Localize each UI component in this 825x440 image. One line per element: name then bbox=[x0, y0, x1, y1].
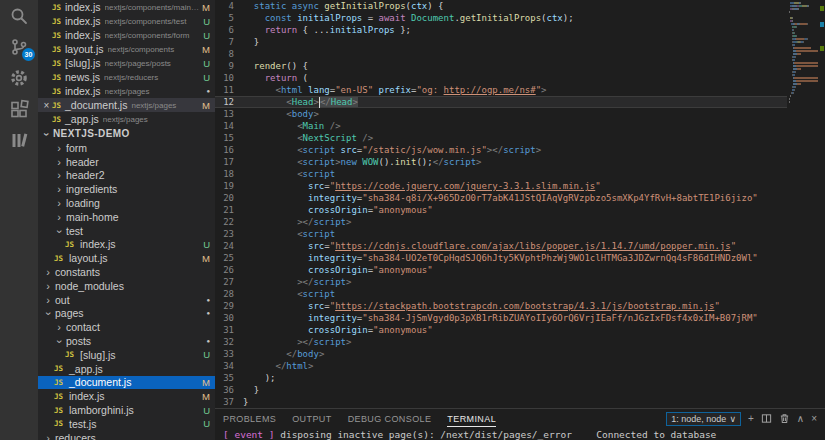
panel-tab-terminal[interactable]: TERMINAL bbox=[447, 411, 496, 427]
terminal-pane-right[interactable]: Connected to database bbox=[596, 429, 825, 440]
maximize-panel-icon[interactable]: ∧ bbox=[797, 414, 804, 424]
code-line[interactable]: 23 <script bbox=[215, 228, 787, 240]
tree-item[interactable]: JSlayout.jsM bbox=[38, 251, 215, 265]
code-line[interactable]: 6 return { ...initialProps }; bbox=[215, 24, 787, 36]
tree-item[interactable]: JS[slug].jsU bbox=[38, 348, 215, 362]
tree-item[interactable]: ›reducers bbox=[38, 431, 215, 440]
tree-item[interactable]: ›posts● bbox=[38, 334, 215, 348]
code-line-content: } bbox=[243, 384, 259, 396]
terminal-pane-left[interactable]: [ event ] disposing inactive page(s): /n… bbox=[223, 429, 596, 440]
open-editor-item[interactable]: JS_app.jsnextjs/pages bbox=[38, 112, 215, 126]
code-line[interactable]: 24 src="https://cdnjs.cloudflare.com/aja… bbox=[215, 240, 787, 252]
code-line[interactable]: 32 ></script> bbox=[215, 336, 787, 348]
trash-icon[interactable] bbox=[779, 413, 790, 426]
panel-tab-problems[interactable]: PROBLEMS bbox=[223, 411, 276, 427]
tree-item[interactable]: ›header bbox=[38, 155, 215, 169]
tree-item[interactable]: ›main-home bbox=[38, 210, 215, 224]
minimap-line bbox=[789, 47, 818, 49]
terminal-selector-dropdown[interactable]: 1: node, node ∨ bbox=[666, 412, 741, 426]
tree-item[interactable]: ›contact bbox=[38, 320, 215, 334]
search-icon[interactable] bbox=[0, 0, 38, 31]
chevron-right-icon: › bbox=[54, 170, 64, 180]
tree-item[interactable]: ›header2 bbox=[38, 169, 215, 183]
code-line[interactable]: 17 <script>new WOW().init();</script> bbox=[215, 156, 787, 168]
tree-item[interactable]: ›loading bbox=[38, 196, 215, 210]
code-line[interactable]: 37} bbox=[215, 396, 787, 408]
tree-item[interactable]: JS_document.jsM bbox=[38, 376, 215, 390]
tree-item[interactable]: ›out● bbox=[38, 293, 215, 307]
explorer-sidebar: JSindex.jsnextjs/components/main-homeMJS… bbox=[38, 0, 215, 440]
code-line[interactable]: 7 } bbox=[215, 36, 787, 48]
code-line[interactable]: 5 const initialProps = await Document.ge… bbox=[215, 12, 787, 24]
tree-item[interactable]: ›pages● bbox=[38, 307, 215, 321]
line-number: 22 bbox=[215, 216, 243, 228]
code-line[interactable]: 33 </body> bbox=[215, 348, 787, 360]
split-terminal-icon[interactable] bbox=[761, 413, 772, 426]
code-line[interactable]: 31 crossOrigin="anonymous" bbox=[215, 324, 787, 336]
code-line[interactable]: 11 <html lang="en-US" prefix="og: http:/… bbox=[215, 84, 787, 96]
code-line[interactable]: 36 } bbox=[215, 384, 787, 396]
line-number: 21 bbox=[215, 204, 243, 216]
tree-item[interactable]: ›test bbox=[38, 224, 215, 238]
panel-tab-output[interactable]: OUTPUT bbox=[292, 411, 331, 427]
close-panel-icon[interactable]: × bbox=[811, 414, 817, 424]
panel-tab-debug-console[interactable]: DEBUG CONSOLE bbox=[348, 411, 432, 427]
code-line[interactable]: 18 <script bbox=[215, 168, 787, 180]
code-line[interactable]: 15 <NextScript /> bbox=[215, 132, 787, 144]
tree-item[interactable]: JStest.jsU bbox=[38, 417, 215, 431]
open-editor-item[interactable]: JSindex.jsnextjs/components/main-homeM bbox=[38, 0, 215, 14]
code-line[interactable]: 26 crossOrigin="anonymous" bbox=[215, 264, 787, 276]
open-editor-item[interactable]: JSnews.jsnextjs/reducersU bbox=[38, 70, 215, 84]
line-number: 10 bbox=[215, 72, 243, 84]
file-name: test.js bbox=[69, 418, 96, 430]
code-line[interactable]: 12 <Head></Head> bbox=[215, 96, 787, 108]
extensions-icon[interactable] bbox=[0, 93, 38, 124]
code-line[interactable]: 22 ></script> bbox=[215, 216, 787, 228]
settings-gear-icon[interactable] bbox=[0, 62, 38, 93]
library-icon[interactable] bbox=[0, 124, 38, 155]
tree-item[interactable]: JSindex.jsU bbox=[38, 238, 215, 252]
code-line[interactable]: 14 <Main /> bbox=[215, 120, 787, 132]
code-line[interactable]: 35 ); bbox=[215, 372, 787, 384]
code-line-content: <script>new WOW().init();</script> bbox=[243, 156, 482, 168]
code-line[interactable]: 13 <body> bbox=[215, 108, 787, 120]
open-editor-item[interactable]: JSindex.jsnextjs/components/testU bbox=[38, 14, 215, 28]
new-terminal-icon[interactable]: + bbox=[748, 414, 754, 424]
terminal-output[interactable]: [ event ] disposing inactive page(s): /n… bbox=[215, 429, 825, 440]
code-line[interactable]: 20 integrity="sha384-q8i/X+965DzO0rT7abK… bbox=[215, 192, 787, 204]
code-line[interactable]: 8 bbox=[215, 48, 787, 60]
tree-item[interactable]: ›node_modules bbox=[38, 279, 215, 293]
code-line[interactable]: 30 integrity="sha384-JjSmVgyd0p3pXB1rRib… bbox=[215, 312, 787, 324]
code-line[interactable]: 25 integrity="sha384-UO2eT0CpHqdSJQ6hJty… bbox=[215, 252, 787, 264]
open-editor-item[interactable]: ×JS_document.jsnextjs/pagesM bbox=[38, 98, 215, 112]
tree-item[interactable]: JS_app.js bbox=[38, 362, 215, 376]
minimap[interactable] bbox=[787, 0, 819, 408]
code-line[interactable]: 27 ></script> bbox=[215, 276, 787, 288]
open-editor-item[interactable]: JSlayout.jsnextjs/componentsM bbox=[38, 42, 215, 56]
workspace-section-header[interactable]: › NEXTJS-DEMO bbox=[38, 126, 215, 141]
tree-item[interactable]: ›constants bbox=[38, 265, 215, 279]
code-line[interactable]: 9 render() { bbox=[215, 60, 787, 72]
tree-item[interactable]: JSlamborghini.jsU bbox=[38, 403, 215, 417]
open-editor-item[interactable]: JSindex.jsnextjs/pages● bbox=[38, 84, 215, 98]
source-control-icon[interactable]: 30 bbox=[0, 31, 38, 62]
code-line-content: src="https://cdnjs.cloudflare.com/ajax/l… bbox=[243, 240, 736, 252]
line-number: 13 bbox=[215, 108, 243, 120]
open-editor-item[interactable]: JSindex.jsnextjs/components/formU bbox=[38, 28, 215, 42]
code-line[interactable]: 29 src="https://stackpath.bootstrapcdn.c… bbox=[215, 300, 787, 312]
code-line[interactable]: 28 <script bbox=[215, 288, 787, 300]
code-line[interactable]: 4 static async getInitialProps(ctx) { bbox=[215, 0, 787, 12]
tree-item[interactable]: ›form bbox=[38, 141, 215, 155]
open-editor-item[interactable]: JS[slug].jsnextjs/pages/postsU bbox=[38, 56, 215, 70]
close-icon[interactable]: × bbox=[41, 100, 52, 111]
code-editor[interactable]: 4 static async getInitialProps(ctx) {5 c… bbox=[215, 0, 825, 408]
git-status-badge: ● bbox=[199, 297, 210, 303]
code-line[interactable]: 19 src="https://code.jquery.com/jquery-3… bbox=[215, 180, 787, 192]
code-line[interactable]: 21 crossOrigin="anonymous" bbox=[215, 204, 787, 216]
code-line[interactable]: 16 <script src="/static/js/wow.min.js"><… bbox=[215, 144, 787, 156]
minimap-line bbox=[789, 80, 818, 82]
tree-item[interactable]: ›ingredients bbox=[38, 182, 215, 196]
tree-item[interactable]: JSindex.jsM bbox=[38, 389, 215, 403]
code-line[interactable]: 10 return ( bbox=[215, 72, 787, 84]
code-line[interactable]: 34 </html> bbox=[215, 360, 787, 372]
